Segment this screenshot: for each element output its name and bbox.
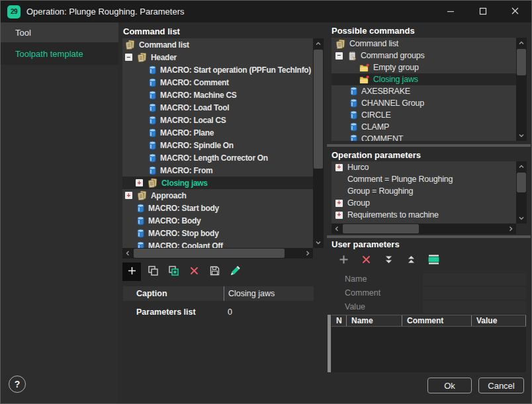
tree-item-label: Header <box>151 53 177 62</box>
scroll-up-button[interactable] <box>516 38 527 48</box>
maximize-button[interactable] <box>466 1 499 22</box>
tree-row[interactable]: Group = Roughing <box>332 185 516 197</box>
delete-button[interactable] <box>357 251 375 270</box>
tree-row[interactable]: MACRO: From <box>122 164 313 177</box>
help-button[interactable]: ? <box>9 376 26 393</box>
delete-button[interactable] <box>185 263 202 281</box>
tree-row[interactable]: COMMENT <box>332 133 516 141</box>
expand-icon[interactable]: + <box>136 179 143 186</box>
cancel-button[interactable]: Cancel <box>478 378 524 393</box>
tree-row[interactable]: MACRO: Start operation (PPFun TechInfo) <box>122 63 313 76</box>
scroll-right-button[interactable] <box>302 248 313 259</box>
tree-row[interactable]: MACRO: Coolant Off <box>122 239 313 248</box>
tree-row[interactable]: MACRO: Spindle On <box>122 139 313 151</box>
scroll-left-button[interactable] <box>332 223 342 234</box>
property-row-parameters-list[interactable]: Parameters list 0 <box>123 305 314 319</box>
move-down-button[interactable] <box>380 251 397 270</box>
tree-row[interactable]: Empty group <box>332 61 516 73</box>
tree-row[interactable]: MACRO: Comment <box>122 76 313 89</box>
titlebar[interactable]: 29 Operation: Plunge Roughing. Parameter… <box>1 1 531 22</box>
sidebar-item-toolpath-template[interactable]: Toolpath template <box>1 42 118 65</box>
column-header[interactable]: Comment <box>402 315 472 326</box>
minimize-button[interactable] <box>434 1 466 22</box>
horizontal-scrollbar[interactable] <box>122 248 313 259</box>
scroll-down-button[interactable] <box>516 213 527 223</box>
tree-item-label: MACRO: Local CS <box>160 116 226 125</box>
scroll-up-button[interactable] <box>516 161 527 172</box>
move-up-button[interactable] <box>402 251 420 270</box>
tree-row[interactable]: Closing jaws <box>332 73 516 85</box>
close-button[interactable] <box>499 1 531 22</box>
tree-item-label: Command groups <box>361 51 425 60</box>
tree-row[interactable]: MACRO: Start body <box>122 202 313 214</box>
property-row-caption[interactable]: Caption Closing jaws <box>123 286 314 301</box>
scrollbar-thumb[interactable] <box>343 224 419 233</box>
expand-icon[interactable]: + <box>125 192 132 199</box>
user-parameters-table-body[interactable] <box>332 327 526 372</box>
edit-button[interactable] <box>226 263 244 281</box>
tree-row[interactable]: MACRO: Plane <box>122 126 313 139</box>
tree-row[interactable]: MACRO: Body <box>122 214 313 227</box>
sidebar-item-tool[interactable]: Tool <box>1 22 118 42</box>
column-header[interactable]: Name <box>347 315 402 326</box>
tree-row[interactable]: MACRO: Load Tool <box>122 101 313 114</box>
tree-row[interactable]: +Requirements to machine <box>332 209 516 221</box>
add-button[interactable] <box>122 263 141 281</box>
property-label: Caption <box>123 289 224 298</box>
comment-input[interactable] <box>423 287 526 300</box>
tree-row[interactable]: MACRO: Machine CS <box>122 89 313 101</box>
scrollbar-thumb[interactable] <box>517 173 526 192</box>
tree-row[interactable]: +Closing jaws <box>122 177 313 189</box>
tree-row[interactable]: MACRO: Stop body <box>122 227 313 239</box>
horizontal-splitter[interactable] <box>327 235 531 238</box>
expand-icon[interactable]: + <box>335 212 343 219</box>
tree-row[interactable]: +Hurco <box>332 161 516 173</box>
tree-row[interactable]: MACRO: Length Corrector On <box>122 151 313 164</box>
copy-button[interactable] <box>144 263 161 281</box>
expand-icon[interactable]: + <box>335 164 343 171</box>
copy-with-contents-button[interactable] <box>165 263 182 281</box>
value-input[interactable] <box>423 301 526 313</box>
name-input[interactable] <box>423 273 526 286</box>
horizontal-splitter[interactable] <box>327 144 531 147</box>
ok-button[interactable]: Ok <box>427 378 472 393</box>
tree-row[interactable]: Comment = Plunge Roughing <box>332 173 516 185</box>
tree-row[interactable]: CLAMP <box>332 121 516 133</box>
column-header[interactable]: N <box>332 315 347 326</box>
scroll-up-button[interactable] <box>313 38 324 49</box>
tree-row[interactable]: −Header <box>122 51 313 63</box>
tree-row[interactable]: CIRCLE <box>332 109 516 121</box>
scroll-right-button[interactable] <box>506 223 516 234</box>
tree-row[interactable]: −Command groups <box>332 50 516 61</box>
add-button[interactable] <box>335 251 352 270</box>
floppy-icon <box>209 265 220 279</box>
collapse-icon[interactable]: − <box>125 54 132 61</box>
tree-item-label: CIRCLE <box>361 110 391 120</box>
tree-row[interactable]: Command list <box>332 38 516 50</box>
tree-row[interactable]: Command list <box>122 38 313 51</box>
vertical-scrollbar[interactable] <box>516 38 527 141</box>
vertical-scrollbar[interactable] <box>313 38 324 248</box>
expand-icon[interactable]: + <box>335 200 343 207</box>
scroll-down-button[interactable] <box>516 130 527 141</box>
vertical-scrollbar[interactable] <box>516 161 527 223</box>
property-label: Parameters list <box>123 307 224 317</box>
collapse-icon[interactable]: − <box>335 52 343 60</box>
property-value[interactable]: Closing jaws <box>224 286 314 301</box>
scroll-down-button[interactable] <box>313 237 324 248</box>
tree-row[interactable]: CHANNEL Group <box>332 97 516 109</box>
tree-row[interactable]: MACRO: Local CS <box>122 114 313 126</box>
splitter-grip[interactable] <box>328 315 331 372</box>
column-header[interactable]: Value <box>472 315 526 326</box>
tree-row[interactable]: +Approach <box>122 189 313 202</box>
command-list-tree: Command list−HeaderMACRO: Start operatio… <box>122 38 313 248</box>
scrollbar-thumb[interactable] <box>134 249 285 258</box>
save-button[interactable] <box>206 263 223 281</box>
scroll-left-button[interactable] <box>122 248 133 259</box>
select-row-button[interactable] <box>425 251 442 270</box>
tree-row[interactable]: AXESBRAKE <box>332 85 516 97</box>
scrollbar-thumb[interactable] <box>517 49 526 75</box>
horizontal-scrollbar[interactable] <box>332 223 516 234</box>
scrollbar-thumb[interactable] <box>314 50 323 169</box>
tree-row[interactable]: +Group <box>332 197 516 209</box>
